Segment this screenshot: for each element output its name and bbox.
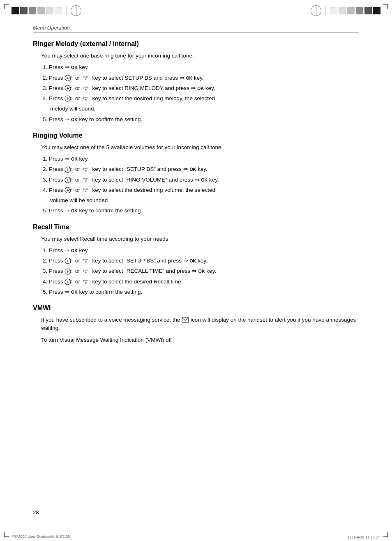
content-area: Menu Operation Ringer Melody (external /… — [33, 25, 359, 516]
vol-minus-icon: ♪vol▼ — [82, 166, 91, 172]
color-square-lighter — [46, 7, 53, 14]
vol-minus-icon: ♪vol▼ — [82, 187, 91, 193]
svg-rect-63 — [182, 318, 189, 322]
step-item: 2. Press +vol▼ or ♪vol▼ key to select “S… — [41, 257, 359, 265]
page-number: 28 — [33, 509, 39, 516]
ok-arrow-icon-6: ⇒ OK — [195, 177, 208, 183]
vol-minus-icon: ♪vol▼ — [82, 279, 91, 285]
header-bar — [0, 0, 392, 21]
color-square-lightest — [55, 7, 62, 14]
recall-time-steps: 1. Press ⇒ OK key. 2. Press +vol▼ or ♪vo… — [41, 246, 359, 296]
ringer-melody-steps: 1. Press ⇒ OK key. 2. Press +vol▼ or ♪vo… — [41, 63, 359, 124]
recall-time-intro: You may select Recall time according to … — [41, 235, 359, 243]
ringing-volume-heading: Ringing Volume — [33, 132, 359, 139]
ok-arrow-icon-10: ⇒ OK — [65, 289, 78, 295]
step-item: 4. Press +vol▼ or ♪vol▼ key to select th… — [41, 278, 359, 286]
color-square-black — [12, 7, 19, 14]
vol-plus-icon: +vol▼ — [65, 75, 74, 81]
svg-text:▼: ▼ — [69, 272, 72, 274]
svg-text:▼: ▼ — [85, 180, 87, 182]
vol-minus-icon: ♪vol▼ — [82, 268, 91, 274]
ok-arrow-icon-9: ⇒ OK — [192, 268, 205, 274]
vol-minus-icon: ♪vol▼ — [82, 258, 91, 264]
step-item: 2. Press +vol▼ or ♪vol▼ key to select SE… — [41, 74, 359, 82]
registration-mark-right — [311, 5, 321, 16]
color-square-r4 — [356, 7, 363, 14]
svg-text:▼: ▼ — [85, 78, 87, 81]
recall-time-heading: Recall Time — [33, 223, 359, 231]
ringer-melody-body: You may select one base ring tone for yo… — [33, 52, 359, 124]
vol-plus-icon: +vol▼ — [65, 166, 74, 172]
page-wrapper: Menu Operation Ringer Melody (external /… — [0, 0, 392, 541]
vmwi-text2: To turn Visual Message Waiting Indicatio… — [41, 336, 359, 344]
vol-plus-icon: +vol▼ — [65, 258, 74, 264]
svg-text:▼: ▼ — [69, 88, 72, 91]
vol-plus-icon: +vol▼ — [65, 279, 74, 285]
section-title-bar: Menu Operation — [33, 25, 359, 33]
step-item: 1. Press ⇒ OK key. — [41, 63, 359, 71]
svg-text:▼: ▼ — [69, 78, 72, 81]
svg-text:▼: ▼ — [69, 261, 72, 263]
color-square-r5 — [364, 7, 372, 14]
step-item: 4. Press +vol▼ or ♪vol▼ key to select th… — [41, 94, 359, 103]
color-square-mid — [29, 7, 36, 14]
vmwi-body: If you have subscribed to a voice messag… — [33, 316, 359, 344]
step-item-continuation: melody will sound. — [41, 105, 359, 113]
step-item: 5. Press ⇒ OK key to confirm the setting… — [41, 115, 359, 124]
step-item: 2. Press +vol▼ or ♪vol▼ key to select “S… — [41, 165, 359, 173]
svg-text:▼: ▼ — [85, 99, 87, 101]
ok-arrow-icon-7: ⇒ OK — [65, 207, 78, 214]
envelope-icon — [182, 317, 191, 323]
section-ringing-volume: Ringing Volume You may select one of the… — [33, 132, 359, 215]
step-item: 3. Press +vol▼ or ♪vol▼ key to select RI… — [41, 84, 359, 92]
ok-arrow-icon-5: ⇒ OK — [183, 166, 196, 172]
ringing-volume-steps: 1. Press ⇒ OK key. 2. Press +vol▼ or ♪vo… — [41, 155, 359, 215]
svg-text:▼: ▼ — [85, 282, 87, 284]
color-squares-left — [12, 7, 62, 14]
vol-plus-icon: +vol▼ — [65, 187, 74, 193]
section-title: Menu Operation — [33, 25, 70, 31]
registration-mark-left — [71, 5, 81, 16]
svg-text:▼: ▼ — [85, 272, 87, 274]
ringing-volume-body: You may select one of the 5 available vo… — [33, 143, 359, 215]
vol-plus-icon: +vol▼ — [65, 95, 74, 101]
ringing-volume-intro: You may select one of the 5 available vo… — [41, 143, 359, 152]
footer-bar: PIX2000 User Guide.indd 章节2:28 2009-6-30… — [0, 520, 392, 541]
vol-minus-icon: ♪vol▼ — [82, 95, 91, 101]
step-item: 5. Press ⇒ OK key to confirm the setting… — [41, 288, 359, 296]
step-item: 5. Press ⇒ OK key to confirm the setting… — [41, 207, 359, 215]
svg-text:▼: ▼ — [69, 282, 72, 284]
step-item: 3. Press +vol▼ or ♪vol▼ key to select “R… — [41, 176, 359, 184]
svg-text:▼: ▼ — [69, 180, 72, 182]
ok-arrow-icon-4: ⇒ OK — [65, 116, 78, 122]
step-item: 3. Press +vol▼ or ♪vol▼ key to select “R… — [41, 267, 359, 275]
vmwi-heading: VMWI — [33, 304, 359, 312]
color-square-r2 — [339, 7, 346, 14]
svg-text:▼: ▼ — [69, 170, 72, 172]
color-square-dark — [20, 7, 28, 14]
svg-text:▼: ▼ — [85, 88, 87, 91]
color-square-r3 — [347, 7, 355, 14]
svg-text:▼: ▼ — [85, 190, 87, 193]
vol-plus-icon: +vol▼ — [65, 268, 74, 274]
ok-arrow-icon: ⇒ OK — [65, 247, 78, 253]
color-square-light — [37, 7, 45, 14]
svg-text:▼: ▼ — [85, 170, 87, 172]
footer-text-right: 2009-6-30 17:33:34 — [347, 535, 392, 541]
ok-arrow-icon: ⇒ OK — [65, 156, 78, 162]
ringer-melody-heading: Ringer Melody (external / internal) — [33, 40, 359, 48]
svg-text:▼: ▼ — [85, 261, 87, 263]
section-ringer-melody: Ringer Melody (external / internal) You … — [33, 40, 359, 124]
color-square-r6 — [373, 7, 380, 14]
ringer-melody-intro: You may select one base ring tone for yo… — [41, 52, 359, 60]
vol-minus-icon: ♪vol▼ — [82, 177, 91, 183]
color-squares-right — [330, 7, 380, 14]
vol-plus-icon: +vol▼ — [65, 177, 74, 183]
step-item: 1. Press ⇒ OK key. — [41, 246, 359, 255]
vol-plus-icon: +vol▼ — [65, 85, 74, 91]
svg-text:▼: ▼ — [69, 99, 72, 101]
section-recall-time: Recall Time You may select Recall time a… — [33, 223, 359, 297]
vol-minus-icon: ♪vol▼ — [82, 75, 91, 81]
vmwi-intro: If you have subscribed to a voice messag… — [41, 316, 359, 333]
ok-arrow-icon-2: ⇒ OK — [180, 75, 193, 81]
